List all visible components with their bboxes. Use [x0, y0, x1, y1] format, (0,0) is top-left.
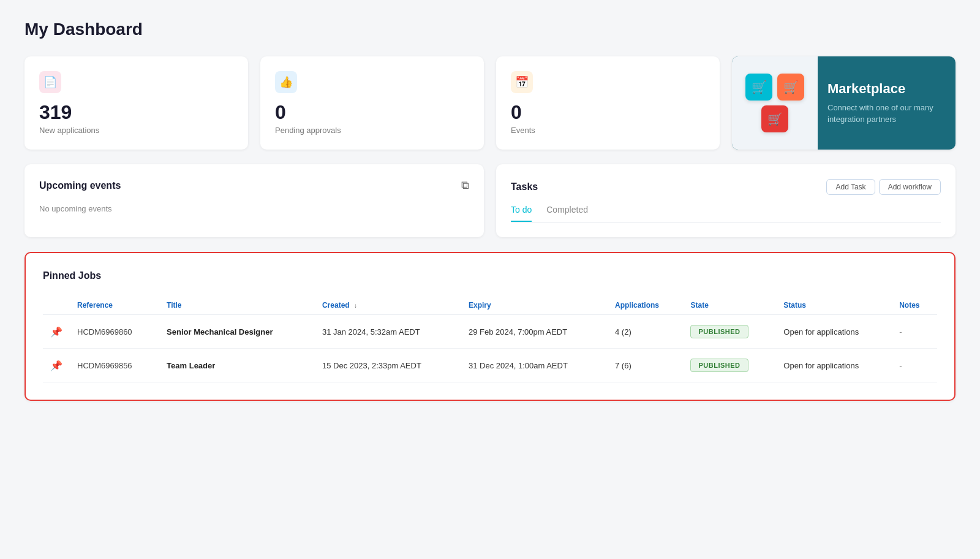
table-header-row: Reference Title Created ↓ Expiry Applica…: [43, 296, 937, 315]
cell-reference: HCDM6969860: [70, 315, 159, 349]
sort-arrow-created: ↓: [354, 302, 357, 309]
tasks-buttons: Add Task Add workflow: [823, 179, 941, 195]
stat-card-events[interactable]: 📅 0 Events: [496, 56, 720, 150]
marketplace-icons-bg: 🛒 🛒 🛒: [732, 56, 818, 150]
status-badge: PUBLISHED: [690, 359, 748, 372]
marketplace-description: Connect with one of our many integration…: [827, 102, 943, 126]
marketplace-title: Marketplace: [827, 81, 943, 97]
cell-state: PUBLISHED: [683, 315, 776, 349]
cell-title: Senior Mechanical Designer: [159, 315, 315, 349]
approvals-icon: 👍: [275, 71, 297, 93]
cell-expiry: 31 Dec 2024, 1:00am AEDT: [461, 349, 608, 382]
pin-icon: 📌: [50, 360, 62, 371]
th-pin: [43, 296, 70, 315]
add-workflow-button[interactable]: Add workflow: [879, 179, 941, 195]
add-task-button[interactable]: Add Task: [826, 179, 875, 195]
cell-applications: 4 (2): [608, 315, 683, 349]
table-row[interactable]: 📌 HCDM6969856 Team Leader 15 Dec 2023, 2…: [43, 349, 937, 382]
th-state[interactable]: State: [683, 296, 776, 315]
page-title: My Dashboard: [24, 20, 956, 39]
applications-label: New applications: [39, 126, 233, 135]
applications-number: 319: [39, 102, 233, 123]
cell-notes: -: [892, 349, 937, 382]
marketplace-text: Marketplace Connect with one of our many…: [818, 56, 956, 150]
th-status[interactable]: Status: [776, 296, 892, 315]
pin-icon-cell: 📌: [43, 349, 70, 382]
pin-icon: 📌: [50, 327, 62, 337]
cell-reference: HCDM6969856: [70, 349, 159, 382]
th-applications[interactable]: Applications: [608, 296, 683, 315]
tasks-tab-row: To do Completed: [511, 205, 941, 222]
pinned-jobs-card: Pinned Jobs Reference Title Created ↓ Ex…: [24, 252, 956, 401]
cell-state: PUBLISHED: [683, 349, 776, 382]
tasks-title: Tasks: [511, 181, 538, 192]
tab-completed[interactable]: Completed: [546, 205, 588, 222]
upcoming-events-header: Upcoming events ⧉: [39, 179, 469, 192]
stats-row: 📄 319 New applications 👍 0 Pending appro…: [24, 56, 956, 150]
cell-title: Team Leader: [159, 349, 315, 382]
mp-icon-cart-red: 🛒: [761, 105, 788, 132]
cell-expiry: 29 Feb 2024, 7:00pm AEDT: [461, 315, 608, 349]
th-reference[interactable]: Reference: [70, 296, 159, 315]
stat-card-approvals[interactable]: 👍 0 Pending approvals: [260, 56, 484, 150]
pinned-jobs-table: Reference Title Created ↓ Expiry Applica…: [43, 296, 937, 382]
cell-notes: -: [892, 315, 937, 349]
mp-icon-cart-orange: 🛒: [777, 74, 804, 101]
cell-status: Open for applications: [776, 315, 892, 349]
th-notes[interactable]: Notes: [892, 296, 937, 315]
tab-todo[interactable]: To do: [511, 205, 532, 222]
events-label: Events: [511, 126, 705, 135]
table-row[interactable]: 📌 HCDM6969860 Senior Mechanical Designer…: [43, 315, 937, 349]
status-badge: PUBLISHED: [690, 325, 748, 338]
th-expiry[interactable]: Expiry: [461, 296, 608, 315]
approvals-number: 0: [275, 102, 469, 123]
cell-created: 31 Jan 2024, 5:32am AEDT: [315, 315, 461, 349]
th-created[interactable]: Created ↓: [315, 296, 461, 315]
pinned-jobs-title: Pinned Jobs: [43, 270, 937, 281]
mp-icon-cart-teal: 🛒: [745, 74, 772, 101]
cell-applications: 7 (6): [608, 349, 683, 382]
events-icon: 📅: [511, 71, 533, 93]
stat-card-applications[interactable]: 📄 319 New applications: [24, 56, 248, 150]
th-title[interactable]: Title: [159, 296, 315, 315]
pin-icon-cell: 📌: [43, 315, 70, 349]
upcoming-events-title: Upcoming events: [39, 180, 121, 191]
copy-icon[interactable]: ⧉: [461, 179, 469, 192]
cell-status: Open for applications: [776, 349, 892, 382]
applications-icon: 📄: [39, 71, 61, 93]
tasks-panel: Tasks Add Task Add workflow To do Comple…: [496, 164, 956, 237]
tasks-header: Tasks Add Task Add workflow: [511, 179, 941, 195]
events-number: 0: [511, 102, 705, 123]
middle-row: Upcoming events ⧉ No upcoming events Tas…: [24, 164, 956, 237]
cell-created: 15 Dec 2023, 2:33pm AEDT: [315, 349, 461, 382]
marketplace-card[interactable]: 🛒 🛒 🛒 Marketplace Connect with one of ou…: [732, 56, 956, 150]
approvals-label: Pending approvals: [275, 126, 469, 135]
no-events-message: No upcoming events: [39, 204, 469, 213]
upcoming-events-panel: Upcoming events ⧉ No upcoming events: [24, 164, 484, 237]
